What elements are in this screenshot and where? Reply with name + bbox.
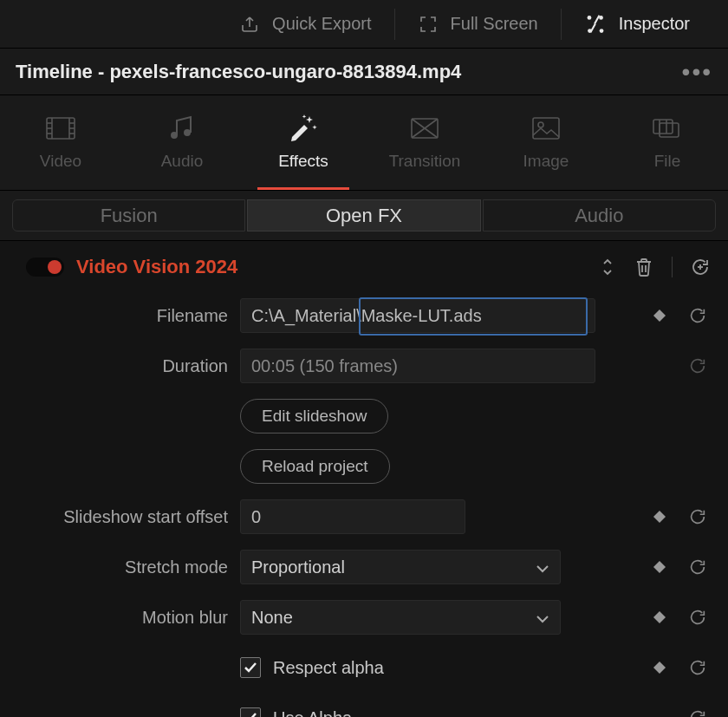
full-screen-label: Full Screen <box>451 14 538 34</box>
param-duration: Duration 00:05 (150 frames) <box>16 347 712 385</box>
param-respect-alpha: Respect alpha <box>16 649 712 687</box>
plugin-parameter-list: Filename Duration 00:05 (150 frames) Edi… <box>0 293 728 717</box>
stretch-mode-reset-button[interactable] <box>683 557 712 577</box>
duration-value: 00:05 (150 frames) <box>251 356 398 376</box>
sub-tab-audio[interactable]: Audio <box>483 199 716 231</box>
stretch-mode-keyframe-button[interactable] <box>648 561 671 573</box>
motion-blur-select[interactable]: None <box>240 600 561 635</box>
inspector-button[interactable]: Inspector <box>562 0 712 49</box>
plugin-header: Video Vision 2024 <box>0 241 728 293</box>
svg-rect-16 <box>533 118 559 139</box>
sub-tab-open-fx[interactable]: Open FX <box>247 199 480 231</box>
tab-file[interactable]: File <box>607 95 728 190</box>
sub-tab-fusion[interactable]: Fusion <box>12 199 245 231</box>
header-separator <box>672 257 673 277</box>
motion-blur-reset-button[interactable] <box>683 608 712 627</box>
filename-input[interactable] <box>251 306 584 326</box>
plugin-name: Video Vision 2024 <box>76 256 583 278</box>
stretch-mode-value: Proportional <box>251 557 345 577</box>
duration-field: 00:05 (150 frames) <box>240 349 595 383</box>
image-icon <box>532 115 560 141</box>
tab-transition[interactable]: Transition <box>364 95 485 190</box>
file-icon <box>653 115 682 141</box>
quick-export-label: Quick Export <box>272 14 371 34</box>
plugin-delete-button[interactable] <box>632 255 656 279</box>
param-motion-blur: Motion blur None <box>16 598 712 636</box>
respect-alpha-reset-button[interactable] <box>683 658 712 677</box>
filename-field[interactable] <box>240 298 595 333</box>
tab-video[interactable]: Video <box>0 95 121 190</box>
tab-audio-label: Audio <box>161 152 204 171</box>
tab-audio[interactable]: Audio <box>121 95 243 190</box>
svg-rect-19 <box>660 123 679 137</box>
reload-project-button[interactable]: Reload project <box>240 449 390 484</box>
chevron-down-icon <box>536 608 549 628</box>
plugin-reset-all-button[interactable] <box>688 255 712 279</box>
svg-point-0 <box>599 16 603 20</box>
more-options-button[interactable]: ••• <box>679 68 716 76</box>
filename-keyframe-button[interactable] <box>648 310 671 322</box>
quick-export-button[interactable]: Quick Export <box>217 0 393 49</box>
param-use-alpha: Use Alpha <box>16 699 712 717</box>
tab-file-label: File <box>654 152 681 171</box>
motion-blur-value: None <box>251 608 293 628</box>
inspector-category-tabs: Video Audio Effects Transition <box>0 95 728 191</box>
chevron-down-icon <box>536 557 549 577</box>
export-icon <box>239 14 260 35</box>
tab-image-label: Image <box>523 152 569 171</box>
effects-sub-tabs: Fusion Open FX Audio <box>0 191 728 241</box>
svg-point-2 <box>587 16 591 20</box>
tab-video-label: Video <box>40 152 81 171</box>
clip-title-bar: Timeline - pexels-francesco-ungaro-88138… <box>0 49 728 95</box>
respect-alpha-checkbox[interactable] <box>240 657 261 678</box>
param-filename: Filename <box>16 297 712 335</box>
inspector-label: Inspector <box>619 14 690 34</box>
respect-alpha-label: Respect alpha <box>273 658 384 678</box>
svg-point-17 <box>538 122 543 127</box>
slideshow-start-offset-label: Slideshow start offset <box>16 507 228 527</box>
motion-blur-label: Motion blur <box>16 608 228 628</box>
slideshow-start-offset-keyframe-button[interactable] <box>648 511 671 523</box>
slideshow-start-offset-input[interactable] <box>251 507 454 527</box>
edit-slideshow-button[interactable]: Edit slideshow <box>240 399 388 433</box>
filename-label: Filename <box>16 306 228 326</box>
svg-point-3 <box>599 29 603 33</box>
transition-icon <box>411 115 439 141</box>
full-screen-button[interactable]: Full Screen <box>395 0 561 49</box>
plugin-enable-toggle[interactable] <box>26 257 64 277</box>
plugin-collapse-button[interactable] <box>595 255 620 279</box>
slideshow-start-offset-field[interactable] <box>240 499 465 534</box>
video-icon <box>46 115 75 141</box>
inspector-topbar: Quick Export Full Screen Inspector <box>0 0 728 49</box>
stretch-mode-select[interactable]: Proportional <box>240 550 561 584</box>
tab-effects[interactable]: Effects <box>243 95 364 190</box>
respect-alpha-keyframe-button[interactable] <box>648 662 671 674</box>
motion-blur-keyframe-button[interactable] <box>648 611 671 623</box>
param-stretch-mode: Stretch mode Proportional <box>16 548 712 586</box>
tab-effects-label: Effects <box>278 152 328 171</box>
tab-transition-label: Transition <box>389 152 461 171</box>
slideshow-start-offset-reset-button[interactable] <box>683 507 712 526</box>
use-alpha-reset-button[interactable] <box>683 708 712 717</box>
inspector-icon <box>584 13 607 36</box>
tab-image[interactable]: Image <box>485 95 607 190</box>
duration-label: Duration <box>16 356 228 376</box>
use-alpha-label: Use Alpha <box>273 708 352 718</box>
param-edit-slideshow: Edit slideshow <box>16 397 712 435</box>
svg-point-1 <box>588 29 592 33</box>
effects-icon <box>289 115 318 141</box>
audio-icon <box>170 115 194 141</box>
param-slideshow-start-offset: Slideshow start offset <box>16 498 712 536</box>
svg-rect-18 <box>653 120 673 134</box>
filename-reset-button[interactable] <box>683 306 712 325</box>
stretch-mode-label: Stretch mode <box>16 557 228 577</box>
use-alpha-checkbox[interactable] <box>240 707 261 717</box>
clip-title: Timeline - pexels-francesco-ungaro-88138… <box>16 61 679 83</box>
param-reload-project: Reload project <box>16 447 712 486</box>
duration-reset-button[interactable] <box>683 356 712 375</box>
fullscreen-icon <box>418 14 439 35</box>
